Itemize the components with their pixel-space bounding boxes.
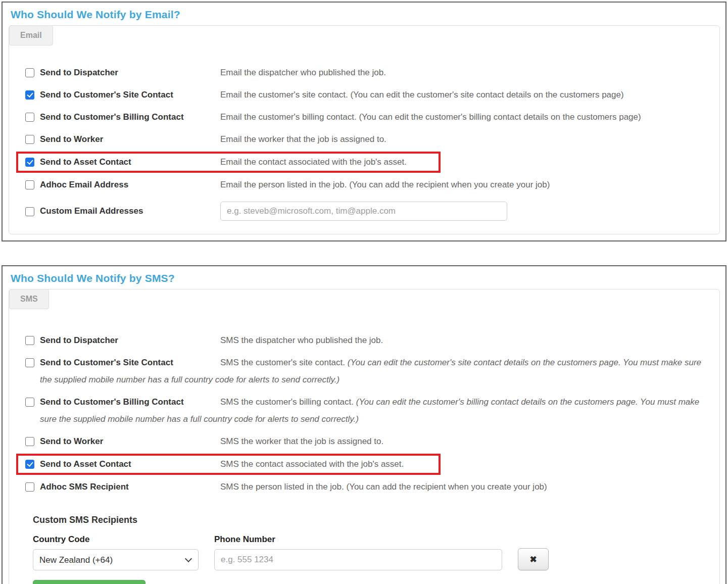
add-another-recipient-button[interactable]: ✚Add Another Recipient xyxy=(33,580,145,584)
option-description: Email the person listed in the job. (You… xyxy=(220,180,550,189)
checkbox-send-to-site-contact[interactable] xyxy=(25,90,34,100)
option-row-custom-email-addresses: Custom Email Addresses xyxy=(25,202,711,221)
option-row-send-to-site-contact: Send to Customer's Site ContactSMS the c… xyxy=(25,354,711,388)
custom-sms-recipients-heading: Custom SMS Recipients xyxy=(33,515,711,525)
checkbox-send-to-site-contact[interactable] xyxy=(25,358,34,367)
option-row-send-to-worker: Send to WorkerEmail the worker that the … xyxy=(25,131,711,148)
checkbox-custom-email-addresses[interactable] xyxy=(25,207,34,216)
option-row-send-to-site-contact: Send to Customer's Site ContactEmail the… xyxy=(25,86,711,104)
email-tab-content: Email Send to DispatcherEmail the dispat… xyxy=(9,25,720,234)
option-label: Adhoc SMS Recipient xyxy=(40,478,220,496)
sms-notify-panel: Who Should We Notify by SMS? SMS Send to… xyxy=(2,265,726,584)
checkbox-adhoc-sms[interactable] xyxy=(25,482,34,492)
sms-panel-title: Who Should We Notify by SMS? xyxy=(11,272,720,284)
option-label: Send to Customer's Billing Contact xyxy=(40,109,220,126)
option-label: Send to Worker xyxy=(40,131,220,148)
checkbox-send-to-asset-contact[interactable] xyxy=(25,158,34,167)
option-description: Email the contact associated with the jo… xyxy=(220,157,407,167)
option-label: Send to Worker xyxy=(40,433,220,450)
custom-sms-recipient-row: Country Code New Zealand (+64) Phone Num… xyxy=(33,534,711,570)
option-label: Custom Email Addresses xyxy=(40,202,220,221)
option-row-adhoc-email: Adhoc Email AddressEmail the person list… xyxy=(25,176,711,193)
tab-sms[interactable]: SMS xyxy=(9,289,49,309)
option-description: SMS the contact associated with the job'… xyxy=(220,459,404,469)
option-label: Send to Asset Contact xyxy=(40,154,220,171)
tab-email[interactable]: Email xyxy=(9,25,53,45)
phone-number-label: Phone Number xyxy=(214,534,502,545)
option-row-adhoc-sms: Adhoc SMS RecipientSMS the person listed… xyxy=(25,478,711,496)
phone-number-field: Phone Number xyxy=(214,534,502,570)
option-description: Email the dispatcher who published the j… xyxy=(220,68,386,77)
country-code-label: Country Code xyxy=(33,534,199,545)
option-label: Send to Dispatcher xyxy=(40,332,220,349)
remove-recipient-button[interactable]: ✖ xyxy=(518,548,549,570)
option-label: Send to Customer's Site Contact xyxy=(40,354,220,371)
option-label: Adhoc Email Address xyxy=(40,176,220,193)
remove-icon: ✖ xyxy=(529,555,537,564)
checkbox-adhoc-email[interactable] xyxy=(25,180,34,189)
option-label: Send to Customer's Site Contact xyxy=(40,86,220,104)
option-row-send-to-asset-contact-highlighted: Send to Asset ContactSMS the contact ass… xyxy=(16,454,441,475)
option-row-send-to-dispatcher: Send to DispatcherSMS the dispatcher who… xyxy=(25,332,711,349)
option-description: Email the customer's billing contact. (Y… xyxy=(220,112,641,122)
country-code-field: Country Code New Zealand (+64) xyxy=(33,534,199,570)
option-label: Send to Asset Contact xyxy=(40,456,220,473)
checkbox-send-to-billing-contact[interactable] xyxy=(25,398,34,407)
option-row-send-to-billing-contact: Send to Customer's Billing ContactSMS th… xyxy=(25,394,711,428)
option-description: SMS the person listed in the job. (You c… xyxy=(220,482,547,492)
country-code-select-wrap: New Zealand (+64) xyxy=(33,549,199,570)
option-label: Send to Dispatcher xyxy=(40,64,220,81)
option-description: SMS the worker that the job is assigned … xyxy=(220,436,383,446)
checkbox-send-to-worker[interactable] xyxy=(25,135,34,144)
option-row-send-to-worker: Send to WorkerSMS the worker that the jo… xyxy=(25,433,711,450)
option-label: Send to Customer's Billing Contact xyxy=(40,394,220,411)
option-row-send-to-dispatcher: Send to DispatcherEmail the dispatcher w… xyxy=(25,64,711,81)
phone-number-input[interactable] xyxy=(214,549,502,570)
option-description: Email the customer's site contact. (You … xyxy=(220,90,624,100)
custom-sms-recipients-section: Custom SMS Recipients Country Code New Z… xyxy=(33,515,711,584)
notification-settings-page: Who Should We Notify by Email? Email Sen… xyxy=(0,0,728,584)
checkbox-send-to-billing-contact[interactable] xyxy=(25,113,34,122)
option-row-send-to-billing-contact: Send to Customer's Billing ContactEmail … xyxy=(25,109,711,126)
option-description: SMS the dispatcher who published the job… xyxy=(220,335,383,345)
checkbox-send-to-asset-contact[interactable] xyxy=(25,460,34,469)
checkbox-send-to-dispatcher[interactable] xyxy=(25,68,34,77)
country-code-select[interactable]: New Zealand (+64) xyxy=(33,549,199,570)
checkbox-send-to-worker[interactable] xyxy=(25,437,34,446)
option-row-send-to-asset-contact-highlighted: Send to Asset ContactEmail the contact a… xyxy=(16,152,441,173)
checkbox-send-to-dispatcher[interactable] xyxy=(25,336,34,345)
custom-email-addresses-input[interactable] xyxy=(220,202,507,221)
email-notify-panel: Who Should We Notify by Email? Email Sen… xyxy=(2,2,726,241)
sms-tab-content: SMS Send to DispatcherSMS the dispatcher… xyxy=(9,289,720,584)
option-description: Email the worker that the job is assigne… xyxy=(220,134,386,144)
email-panel-title: Who Should We Notify by Email? xyxy=(11,9,720,21)
